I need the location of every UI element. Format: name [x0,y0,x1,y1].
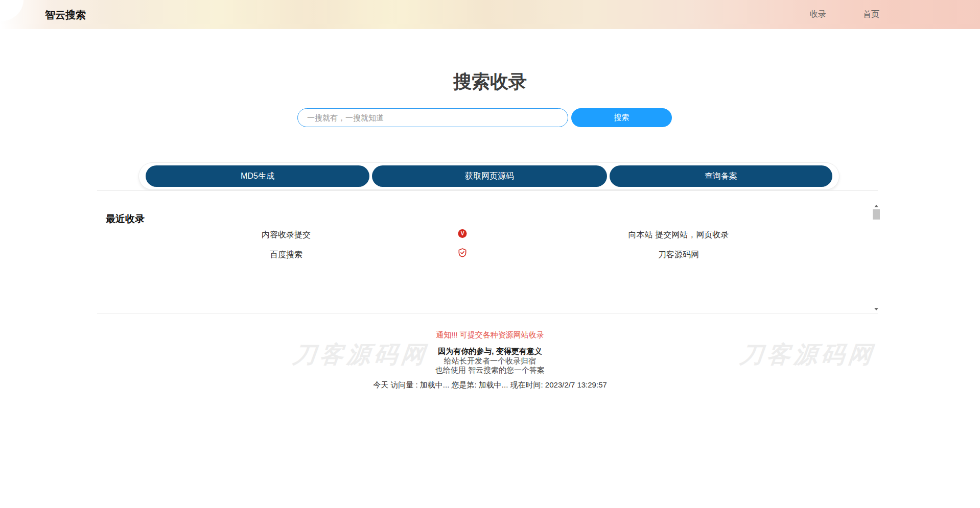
scroll-up-icon[interactable] [871,203,881,209]
nav-item-shoulu[interactable]: 收录 [810,9,826,20]
verified-badge-icon: V [458,228,467,238]
header: 智云搜索 收录 首页 [0,0,980,29]
record-link-baidu-search[interactable]: 百度搜索 [270,250,302,260]
slogan-line-2: 给站长开发者一个收录归宿 [0,356,980,366]
tool-button-row: MD5生成 获取网页源码 查询备案 [138,162,839,190]
notice-text: 通知!!! 可提交各种资源网站收录 [0,330,980,340]
record-desc-submit-site[interactable]: 向本站 提交网站，网页收录 [628,230,729,240]
shield-check-icon [458,248,466,259]
scroll-down-icon[interactable] [871,306,881,312]
verified-badge-letter: V [458,229,467,238]
search-button[interactable]: 搜索 [571,108,672,127]
search-input[interactable] [297,108,568,127]
top-nav: 收录 首页 [810,0,879,29]
site-logo[interactable]: 智云搜索 [45,8,86,21]
panel-scrollbar[interactable] [871,203,881,312]
record-link-content-submit[interactable]: 内容收录提交 [262,230,311,240]
search-bar: 搜索 [297,108,672,127]
recent-records-heading: 最近收录 [106,212,145,226]
record-desc-daoke-source[interactable]: 刀客源码网 [658,250,699,260]
scrollbar-thumb[interactable] [873,209,880,220]
header-corner-notch [0,0,24,21]
page-title: 搜索收录 [0,69,980,94]
slogan-line-1: 因为有你的参与, 变得更有意义 [0,347,980,356]
page: 智云搜索 收录 首页 搜索收录 搜索 MD5生成 获取网页源码 查询备案 最近收… [0,0,980,508]
icp-record-query-button[interactable]: 查询备案 [610,165,832,187]
md5-generate-button[interactable]: MD5生成 [146,165,369,187]
visit-stats: 今天 访问量 : 加载中... 您是第: 加载中... 现在时间: 2023/2… [0,380,980,390]
slogan-line-3: 也给使用 智云搜索的您一个答案 [0,366,980,375]
fetch-page-source-button[interactable]: 获取网页源码 [372,165,607,187]
recent-records-panel: 最近收录 内容收录提交 V 向本站 提交网站，网页收录 百度搜索 刀客源码网 [97,190,878,313]
nav-item-shouye[interactable]: 首页 [863,9,879,20]
